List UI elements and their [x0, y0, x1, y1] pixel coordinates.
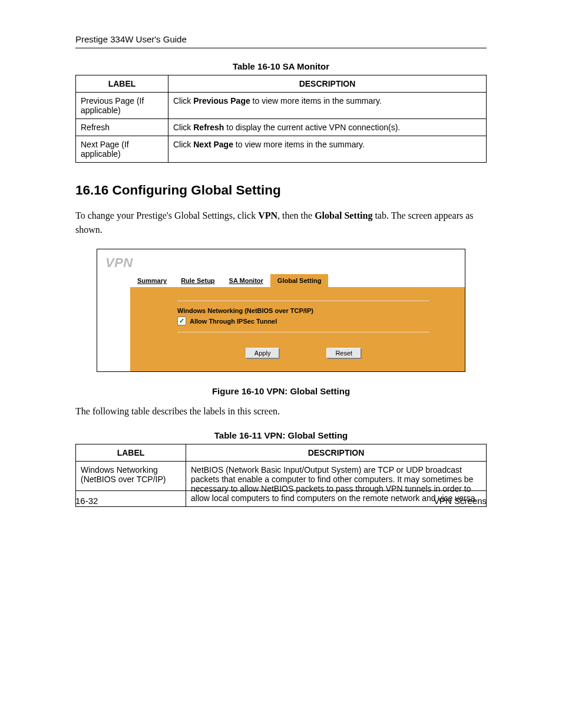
table1-header-label: LABEL [76, 75, 168, 93]
table-row: Refresh Click Refresh to display the cur… [76, 119, 487, 136]
divider [177, 300, 429, 301]
tab-global-setting[interactable]: Global Setting [270, 274, 329, 288]
tab-bar: Summary Rule Setup SA Monitor Global Set… [130, 274, 465, 288]
table2-header-description: DESCRIPTION [186, 444, 487, 462]
figure-caption: Figure 16-10 VPN: Global Setting [75, 386, 487, 396]
table1-row0-label: Previous Page (If applicable) [76, 93, 168, 119]
section-heading: 16.16 Configuring Global Setting [75, 183, 487, 198]
table1-row1-label: Refresh [76, 119, 168, 136]
section-number: 16.16 [75, 183, 108, 197]
tab-rule-setup[interactable]: Rule Setup [174, 274, 222, 288]
table1-row1-desc: Click Refresh to display the current act… [168, 119, 487, 136]
reset-button[interactable]: Reset [326, 348, 361, 358]
settings-panel: Windows Networking (NetBIOS over TCP/IP)… [130, 288, 465, 371]
table1-caption: Table 16-10 SA Monitor [75, 61, 487, 71]
figure-left-margin [97, 274, 130, 371]
divider [177, 331, 429, 332]
header-title: Prestige 334W User's Guide [75, 34, 187, 44]
table2-header-label: LABEL [76, 444, 186, 462]
button-row: Apply Reset [177, 338, 429, 358]
section-title: Configuring Global Setting [113, 183, 281, 197]
allow-through-ipsec-checkbox[interactable]: ✓ [177, 317, 186, 325]
table1-row2-desc: Click Next Page to view more items in th… [168, 136, 487, 163]
page-header: Prestige 334W User's Guide [75, 34, 487, 48]
table-row: Previous Page (If applicable) Click Prev… [76, 93, 487, 119]
table-row: Next Page (If applicable) Click Next Pag… [76, 136, 487, 163]
table2-caption: Table 16-11 VPN: Global Setting [75, 430, 487, 440]
table1-header-description: DESCRIPTION [168, 75, 487, 93]
apply-button[interactable]: Apply [246, 348, 280, 358]
tab-sa-monitor[interactable]: SA Monitor [222, 274, 270, 288]
checkbox-row: ✓ Allow Through IPSec Tunnel [177, 317, 429, 330]
figure-vpn-global-setting: VPN Summary Rule Setup SA Monitor Global… [97, 249, 465, 372]
tab-summary[interactable]: Summary [130, 274, 174, 288]
tabbar-fill [328, 274, 465, 288]
page-footer: 16-32 VPN Screens [75, 490, 487, 506]
table-sa-monitor: LABEL DESCRIPTION Previous Page (If appl… [75, 75, 487, 163]
figure-title: VPN [97, 249, 465, 274]
footer-section-name: VPN Screens [434, 496, 487, 506]
table1-row0-desc: Click Previous Page to view more items i… [168, 93, 487, 119]
intro-paragraph: To change your Prestige's Global Setting… [75, 209, 487, 237]
table1-row2-label: Next Page (If applicable) [76, 136, 168, 163]
checkbox-label: Allow Through IPSec Tunnel [190, 318, 277, 325]
panel-section-title: Windows Networking (NetBIOS over TCP/IP) [177, 307, 429, 317]
after-figure-text: The following table describes the labels… [75, 404, 487, 419]
footer-page-number: 16-32 [75, 496, 98, 506]
